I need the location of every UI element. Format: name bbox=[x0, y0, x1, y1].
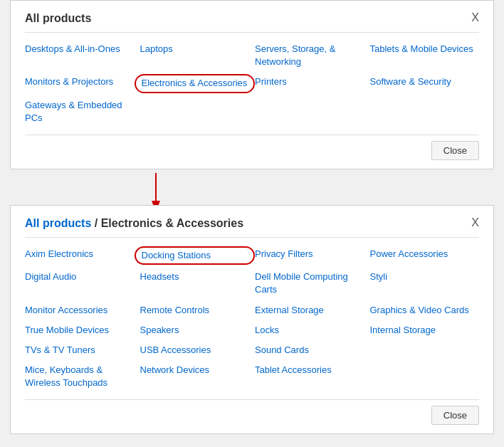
panel2-footer: Close bbox=[25, 399, 479, 425]
all-products-panel: All products X Desktops & All-in-Ones La… bbox=[10, 0, 494, 169]
panel1-footer: Close bbox=[25, 135, 479, 160]
panel2-grid: Axim Electronics Docking Stations Privac… bbox=[25, 248, 479, 390]
panel1-close-x[interactable]: X bbox=[471, 12, 479, 23]
panel2-header: All products / Electronics & Accessories… bbox=[25, 217, 479, 238]
link-privacy[interactable]: Privacy Filters bbox=[255, 248, 364, 263]
link-tablets[interactable]: Tablets & Mobile Devices bbox=[370, 43, 480, 68]
link-servers[interactable]: Servers, Storage, & Networking bbox=[255, 43, 364, 68]
link-monitor-acc[interactable]: Monitor Accessories bbox=[25, 304, 135, 317]
link-styli[interactable]: Styli bbox=[370, 270, 480, 296]
link-axim[interactable]: Axim Electronics bbox=[25, 248, 135, 263]
panel2-title: All products / Electronics & Accessories bbox=[25, 217, 243, 230]
link-sound-cards[interactable]: Sound Cards bbox=[255, 344, 364, 357]
link-software[interactable]: Software & Security bbox=[370, 75, 480, 91]
link-dell-mobile[interactable]: Dell Mobile Computing Carts bbox=[255, 270, 364, 296]
link-external-storage[interactable]: External Storage bbox=[255, 304, 364, 317]
link-tvs[interactable]: TVs & TV Tuners bbox=[25, 344, 135, 357]
link-graphics[interactable]: Graphics & Video Cards bbox=[370, 304, 480, 317]
link-gateways[interactable]: Gateways & Embedded PCs bbox=[25, 99, 135, 125]
link-network[interactable]: Network Devices bbox=[140, 364, 250, 389]
link-tablet-acc[interactable]: Tablet Accessories bbox=[255, 364, 364, 389]
link-speakers[interactable]: Speakers bbox=[140, 324, 250, 337]
panel2-close-button[interactable]: Close bbox=[431, 406, 479, 425]
link-internal-storage[interactable]: Internal Storage bbox=[370, 324, 480, 337]
link-laptops[interactable]: Laptops bbox=[140, 43, 250, 68]
breadcrumb-current: Electronics & Accessories bbox=[101, 217, 243, 229]
link-mice[interactable]: Mice, Keyboards & Wireless Touchpads bbox=[25, 364, 135, 389]
link-desktops[interactable]: Desktops & All-in-Ones bbox=[25, 43, 135, 68]
link-locks[interactable]: Locks bbox=[255, 324, 364, 337]
breadcrumb-separator: / bbox=[95, 217, 101, 229]
link-empty1 bbox=[370, 344, 480, 357]
panel1-title: All products bbox=[25, 12, 91, 25]
link-power[interactable]: Power Accessories bbox=[370, 248, 480, 263]
panel2-close-x[interactable]: X bbox=[471, 217, 479, 228]
link-electronics[interactable]: Electronics & Accessories bbox=[135, 74, 256, 93]
link-headsets[interactable]: Headsets bbox=[140, 270, 250, 296]
link-monitors[interactable]: Monitors & Projectors bbox=[25, 75, 135, 91]
link-docking[interactable]: Docking Stations bbox=[135, 246, 256, 265]
panel1-header: All products X bbox=[25, 12, 479, 33]
link-usb[interactable]: USB Accessories bbox=[140, 344, 250, 357]
link-true-mobile[interactable]: True Mobile Devices bbox=[25, 324, 135, 337]
link-empty2 bbox=[370, 364, 480, 389]
panel1-close-button[interactable]: Close bbox=[431, 141, 479, 160]
link-printers[interactable]: Printers bbox=[255, 75, 364, 91]
link-digital-audio[interactable]: Digital Audio bbox=[25, 270, 135, 296]
panel1-grid: Desktops & All-in-Ones Laptops Servers, … bbox=[25, 43, 479, 125]
breadcrumb-all-products[interactable]: All products bbox=[25, 217, 91, 229]
link-remote[interactable]: Remote Controls bbox=[140, 304, 250, 317]
electronics-panel: All products / Electronics & Accessories… bbox=[10, 205, 494, 435]
